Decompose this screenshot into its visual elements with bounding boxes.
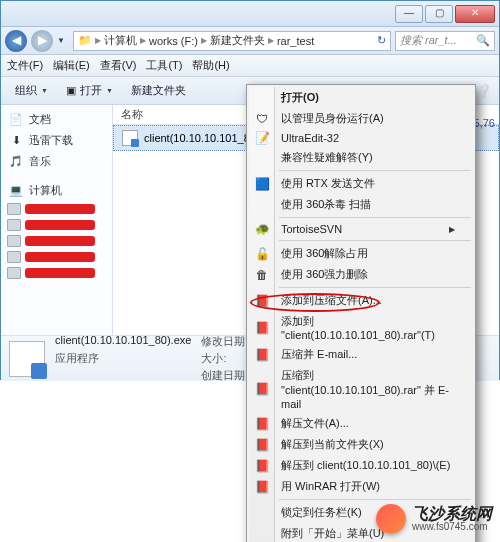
sidebar-drive[interactable] bbox=[1, 217, 112, 233]
search-icon[interactable]: 🔍 bbox=[476, 34, 490, 47]
menu-file[interactable]: 文件(F) bbox=[7, 58, 43, 73]
breadcrumb-seg[interactable]: 计算机 bbox=[104, 33, 137, 48]
breadcrumb-seg[interactable]: rar_test bbox=[277, 35, 314, 47]
context-menu-separator bbox=[279, 287, 471, 288]
context-menu-item-label: 压缩到 "client(10.10.10.101_80).rar" 并 E-ma… bbox=[281, 368, 455, 410]
newfolder-button[interactable]: 新建文件夹 bbox=[123, 80, 194, 101]
organize-button[interactable]: 组织▼ bbox=[7, 80, 56, 101]
context-menu-item[interactable]: 📕添加到 "client(10.10.10.101_80).rar"(T) bbox=[249, 311, 473, 344]
close-button[interactable]: ✕ bbox=[455, 5, 495, 23]
forward-button[interactable]: ▶ bbox=[31, 30, 53, 52]
context-menu-item-icon: 🔓 bbox=[254, 246, 270, 262]
context-menu-item-icon: 🗑 bbox=[254, 267, 270, 283]
exe-icon-large bbox=[9, 341, 45, 377]
context-menu-item-icon bbox=[254, 150, 270, 166]
context-menu-item-label: 以管理员身份运行(A) bbox=[281, 111, 384, 126]
history-dropdown-icon[interactable]: ▼ bbox=[57, 36, 69, 45]
context-menu-item[interactable]: 📕压缩并 E-mail... bbox=[249, 344, 473, 365]
details-size-label: 大小: bbox=[201, 351, 248, 366]
context-menu-item-icon: 📕 bbox=[254, 347, 270, 363]
drive-icon bbox=[7, 251, 21, 263]
redacted-text bbox=[25, 268, 95, 278]
breadcrumb-seg[interactable]: 新建文件夹 bbox=[210, 33, 265, 48]
context-menu-separator bbox=[279, 499, 471, 500]
context-menu-item-label: 使用 360解除占用 bbox=[281, 246, 368, 261]
partial-text: 5,76 bbox=[474, 117, 495, 129]
context-menu-separator bbox=[279, 170, 471, 171]
watermark-logo-icon bbox=[376, 504, 406, 534]
chevron-right-icon[interactable]: ▶ bbox=[268, 36, 274, 45]
context-menu-item[interactable]: 🔓使用 360解除占用 bbox=[249, 243, 473, 264]
context-menu-separator bbox=[279, 217, 471, 218]
sidebar-item-downloads[interactable]: ⬇迅雷下载 bbox=[1, 130, 112, 151]
context-menu-item[interactable]: 🟦使用 RTX 发送文件 bbox=[249, 173, 473, 194]
navigation-pane[interactable]: 📄文档 ⬇迅雷下载 🎵音乐 💻计算机 bbox=[1, 105, 113, 335]
context-menu-item[interactable]: 📕解压到当前文件夹(X) bbox=[249, 434, 473, 455]
redacted-text bbox=[25, 204, 95, 214]
menu-tools[interactable]: 工具(T) bbox=[146, 58, 182, 73]
context-menu-item-icon: 📕 bbox=[254, 320, 270, 336]
menu-view[interactable]: 查看(V) bbox=[100, 58, 137, 73]
context-menu-item-label: 用 WinRAR 打开(W) bbox=[281, 479, 380, 494]
breadcrumb-seg[interactable]: works (F:) bbox=[149, 35, 198, 47]
chevron-right-icon[interactable]: ▶ bbox=[95, 36, 101, 45]
chevron-right-icon[interactable]: ▶ bbox=[140, 36, 146, 45]
redacted-text bbox=[25, 220, 95, 230]
open-button[interactable]: ▣打开▼ bbox=[58, 80, 121, 101]
drive-icon bbox=[7, 267, 21, 279]
sidebar-drive[interactable] bbox=[1, 201, 112, 217]
sidebar-item-documents[interactable]: 📄文档 bbox=[1, 109, 112, 130]
context-menu-item-label: 添加到 "client(10.10.10.101_80).rar"(T) bbox=[281, 314, 455, 341]
context-menu-item-label: 解压文件(A)... bbox=[281, 416, 349, 431]
sidebar-drive[interactable] bbox=[1, 233, 112, 249]
back-button[interactable]: ◀ bbox=[5, 30, 27, 52]
context-menu-item-icon: 🐢 bbox=[254, 221, 270, 237]
watermark-title: 飞沙系统网 bbox=[412, 506, 492, 522]
music-icon: 🎵 bbox=[9, 155, 23, 169]
menu-help[interactable]: 帮助(H) bbox=[192, 58, 229, 73]
context-menu-item[interactable]: 📕解压到 client(10.10.10.101_80)\(E) bbox=[249, 455, 473, 476]
context-menu-item[interactable]: 🐢TortoiseSVN▶ bbox=[249, 220, 473, 238]
drive-icon bbox=[7, 235, 21, 247]
context-menu-item[interactable]: 兼容性疑难解答(Y) bbox=[249, 147, 473, 168]
menu-bar: 文件(F) 编辑(E) 查看(V) 工具(T) 帮助(H) bbox=[1, 55, 499, 77]
context-menu-item[interactable]: 打开(O) bbox=[249, 87, 473, 108]
sidebar-item-music[interactable]: 🎵音乐 bbox=[1, 151, 112, 172]
chevron-right-icon[interactable]: ▶ bbox=[201, 36, 207, 45]
help-button[interactable]: ❔ bbox=[475, 84, 493, 98]
search-input[interactable]: 搜索 rar_t... 🔍 bbox=[395, 31, 495, 51]
context-menu-item[interactable]: 📕添加到压缩文件(A)... bbox=[249, 290, 473, 311]
sidebar-drive[interactable] bbox=[1, 265, 112, 281]
context-menu-item[interactable]: 📝UltraEdit-32 bbox=[249, 129, 473, 147]
context-menu-item-label: 打开(O) bbox=[281, 90, 319, 105]
submenu-arrow-icon: ▶ bbox=[449, 225, 455, 234]
breadcrumb[interactable]: 📁 ▶ 计算机 ▶ works (F:) ▶ 新建文件夹 ▶ rar_test … bbox=[73, 31, 391, 51]
minimize-button[interactable]: — bbox=[395, 5, 423, 23]
context-menu-item-icon: 🛡 bbox=[254, 111, 270, 127]
context-menu-item[interactable]: 📕解压文件(A)... bbox=[249, 413, 473, 434]
chevron-down-icon: ▼ bbox=[106, 87, 113, 94]
context-menu-item-label: UltraEdit-32 bbox=[281, 132, 339, 144]
drive-icon bbox=[7, 219, 21, 231]
context-menu-separator bbox=[279, 240, 471, 241]
context-menu-item[interactable]: 📕压缩到 "client(10.10.10.101_80).rar" 并 E-m… bbox=[249, 365, 473, 413]
sidebar-drive[interactable] bbox=[1, 249, 112, 265]
details-type: 应用程序 bbox=[55, 351, 191, 366]
folder-icon: 📁 bbox=[78, 34, 92, 47]
drive-icon bbox=[7, 203, 21, 215]
refresh-icon[interactable]: ↻ bbox=[377, 34, 386, 47]
sidebar-item-computer[interactable]: 💻计算机 bbox=[1, 180, 112, 201]
redacted-text bbox=[25, 252, 95, 262]
context-menu-item[interactable]: 使用 360杀毒 扫描 bbox=[249, 194, 473, 215]
context-menu-item[interactable]: 🗑使用 360强力删除 bbox=[249, 264, 473, 285]
context-menu-item[interactable]: 📕用 WinRAR 打开(W) bbox=[249, 476, 473, 497]
menu-edit[interactable]: 编辑(E) bbox=[53, 58, 90, 73]
context-menu-item[interactable]: 🛡以管理员身份运行(A) bbox=[249, 108, 473, 129]
context-menu-item-icon: 📕 bbox=[254, 381, 270, 397]
maximize-button[interactable]: ▢ bbox=[425, 5, 453, 23]
context-menu-item-icon bbox=[254, 90, 270, 106]
context-menu-item-icon bbox=[254, 197, 270, 213]
context-menu-item-label: 解压到 client(10.10.10.101_80)\(E) bbox=[281, 458, 450, 473]
context-menu-item-label: 使用 360强力删除 bbox=[281, 267, 368, 282]
details-create-label: 创建日期: bbox=[201, 368, 248, 383]
